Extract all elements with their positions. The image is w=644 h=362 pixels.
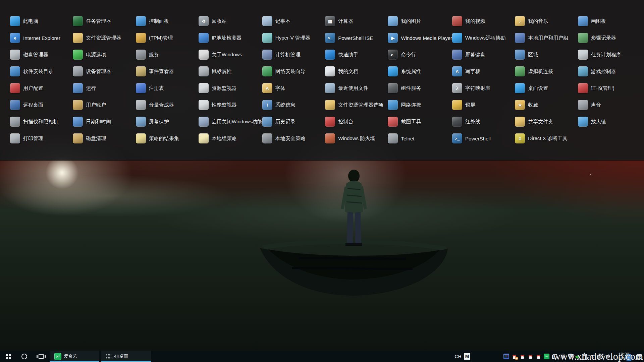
qq-tray-icon-1[interactable] bbox=[520, 354, 525, 359]
app-shortcut-favorites[interactable]: ★收藏 bbox=[515, 97, 578, 113]
app-shortcut-snipping-tool[interactable]: 截图工具 bbox=[388, 113, 452, 130]
app-shortcut-vm-connection[interactable]: 虚拟机连接 bbox=[515, 63, 578, 80]
app-shortcut-lock-screen[interactable]: 锁屏 bbox=[452, 97, 515, 113]
display-settings-tray-icon[interactable] bbox=[503, 354, 509, 359]
app-shortcut-performance-monitor[interactable]: 性能监视器 bbox=[199, 97, 262, 113]
app-shortcut-region[interactable]: 区域 bbox=[515, 46, 578, 63]
tray-blue-badge-icon[interactable] bbox=[625, 354, 633, 361]
app-shortcut-desktop-settings[interactable]: 桌面设置 bbox=[515, 80, 578, 97]
network-tray-icon[interactable] bbox=[589, 354, 595, 359]
app-shortcut-file-explorer[interactable]: 文件资源管理器 bbox=[73, 29, 136, 46]
app-shortcut-windows-firewall[interactable]: Windows 防火墙 bbox=[325, 130, 388, 147]
qq-away-tray-icon[interactable] bbox=[512, 354, 517, 359]
app-shortcut-ip-address-detector[interactable]: IP地址检测器 bbox=[199, 29, 262, 46]
app-shortcut-sound[interactable]: 声音 bbox=[578, 97, 641, 113]
app-shortcut-resource-monitor[interactable]: 资源监视器 bbox=[199, 80, 262, 97]
app-shortcut-system-properties[interactable]: 系统属性 bbox=[388, 63, 452, 80]
action-center-icon[interactable] bbox=[637, 354, 642, 359]
app-shortcut-date-time[interactable]: 日期和时间 bbox=[73, 113, 136, 130]
app-shortcut-about-windows[interactable]: 关于Windows bbox=[199, 46, 262, 63]
app-shortcut-local-users-groups[interactable]: 本地用户和用户组 bbox=[515, 29, 578, 46]
app-shortcut-wordpad[interactable]: A写字板 bbox=[452, 63, 515, 80]
clipboard-tray-icon[interactable] bbox=[552, 354, 557, 359]
app-shortcut-shared-folders[interactable]: 共享文件夹 bbox=[515, 113, 578, 130]
qq-tray-icon-2[interactable] bbox=[528, 354, 533, 359]
app-shortcut-software-install-dir[interactable]: 软件安装目录 bbox=[10, 63, 73, 80]
app-shortcut-task-manager[interactable]: 任务管理器 bbox=[73, 13, 136, 29]
app-shortcut-recycle-bin[interactable]: ♻回收站 bbox=[199, 13, 262, 29]
app-shortcut-console[interactable]: 控制台 bbox=[325, 113, 388, 130]
app-shortcut-infrared[interactable]: 红外线 bbox=[452, 113, 515, 130]
app-shortcut-user-config[interactable]: 用户配置 bbox=[10, 80, 73, 97]
app-shortcut-power-options[interactable]: 电源选项 bbox=[73, 46, 136, 63]
app-shortcut-notepad[interactable]: 记事本 bbox=[262, 13, 325, 29]
app-shortcut-disk-cleanup[interactable]: 磁盘清理 bbox=[73, 130, 136, 147]
satellite-tray-icon[interactable] bbox=[560, 354, 566, 359]
app-shortcut-game-controllers[interactable]: 游戏控制器 bbox=[578, 63, 641, 80]
app-shortcut-task-scheduler[interactable]: 任务计划程序 bbox=[578, 46, 641, 63]
app-shortcut-history[interactable]: 历史记录 bbox=[262, 113, 325, 130]
app-shortcut-explorer-options[interactable]: 文件资源管理器选项 bbox=[325, 97, 388, 113]
taskbar-app-4k-desktop[interactable]: 4K桌面 bbox=[101, 351, 151, 362]
app-shortcut-certificates[interactable]: 证书(管理) bbox=[578, 80, 641, 97]
green-cursor-tray-icon[interactable] bbox=[575, 354, 581, 359]
app-shortcut-recent-files[interactable]: 最近使用文件 bbox=[325, 80, 388, 97]
app-shortcut-network-setup-wizard[interactable]: 网络安装向导 bbox=[262, 63, 325, 80]
app-shortcut-powershell-ise[interactable]: >_PowerShell ISE bbox=[325, 29, 388, 46]
app-shortcut-run[interactable]: 运行 bbox=[73, 80, 136, 97]
app-shortcut-windows-media-player[interactable]: ▶Windows Media Player bbox=[388, 29, 452, 46]
app-shortcut-mouse-properties[interactable]: 鼠标属性 bbox=[199, 63, 262, 80]
app-shortcut-print-management[interactable]: 打印管理 bbox=[10, 130, 73, 147]
app-shortcut-network-connections[interactable]: 网络连接 bbox=[388, 97, 452, 113]
app-shortcut-my-videos[interactable]: 我的视频 bbox=[452, 13, 515, 29]
cortana-search-button[interactable] bbox=[16, 351, 32, 362]
qq-tray-icon-3[interactable] bbox=[536, 354, 541, 359]
app-shortcut-steps-recorder[interactable]: 步骤记录器 bbox=[578, 29, 641, 46]
app-shortcut-internet-explorer[interactable]: eInternet Explorer bbox=[10, 29, 73, 46]
iqiyi-tray-icon[interactable]: QIY bbox=[544, 354, 549, 359]
app-shortcut-my-pictures[interactable]: 我的图片 bbox=[388, 13, 452, 29]
app-shortcut-disk-manager[interactable]: 磁盘管理器 bbox=[10, 46, 73, 63]
app-shortcut-screen-saver[interactable]: 屏幕保护 bbox=[136, 113, 199, 130]
app-shortcut-my-music[interactable]: ♪我的音乐 bbox=[515, 13, 578, 29]
app-shortcut-remote-assistance[interactable]: Windows远程协助 bbox=[452, 29, 515, 46]
app-shortcut-telnet[interactable]: Telnet bbox=[388, 130, 452, 147]
task-view-button[interactable] bbox=[32, 351, 50, 362]
app-shortcut-my-documents[interactable]: 我的文档 bbox=[325, 63, 388, 80]
volume-tray-icon[interactable] bbox=[606, 354, 611, 359]
start-button[interactable] bbox=[0, 351, 16, 362]
app-shortcut-user-accounts[interactable]: 用户账户 bbox=[73, 97, 136, 113]
app-shortcut-volume-mixer[interactable]: 音量合成器 bbox=[136, 97, 199, 113]
app-shortcut-device-manager[interactable]: 设备管理器 bbox=[73, 63, 136, 80]
app-shortcut-event-viewer[interactable]: 事件查看器 bbox=[136, 63, 199, 80]
app-shortcut-registry[interactable]: 注册表 bbox=[136, 80, 199, 97]
app-shortcut-directx-diagnostic[interactable]: XDirect X 诊断工具 bbox=[515, 130, 578, 147]
app-shortcut-fonts[interactable]: A字体 bbox=[262, 80, 325, 97]
app-shortcut-tpm-management[interactable]: (TPM)管理 bbox=[136, 29, 199, 46]
app-shortcut-scanners-cameras[interactable]: 扫描仪和照相机 bbox=[10, 113, 73, 130]
app-shortcut-control-panel[interactable]: 控制面板 bbox=[136, 13, 199, 29]
app-shortcut-services[interactable]: 服务 bbox=[136, 46, 199, 63]
security-alert-tray-icon[interactable] bbox=[568, 354, 574, 359]
screenshot-tray-icon[interactable] bbox=[598, 354, 603, 359]
ime-mode-indicator[interactable]: M bbox=[464, 353, 470, 360]
app-shortcut-rsop[interactable]: 策略的结果集 bbox=[136, 130, 199, 147]
app-shortcut-windows-features[interactable]: 启用关闭Windows功能 bbox=[199, 113, 262, 130]
app-shortcut-quick-assist[interactable]: 快速助手 bbox=[325, 46, 388, 63]
app-shortcut-command-prompt[interactable]: >_命令行 bbox=[388, 46, 452, 63]
app-shortcut-local-security-policy[interactable]: 本地安全策略 bbox=[262, 130, 325, 147]
app-shortcut-on-screen-keyboard[interactable]: 屏幕键盘 bbox=[452, 46, 515, 63]
app-shortcut-magnifier[interactable]: 放大镜 bbox=[578, 113, 641, 130]
app-shortcut-this-pc[interactable]: 此电脑 bbox=[10, 13, 73, 29]
app-shortcut-system-info[interactable]: i系统信息 bbox=[262, 97, 325, 113]
app-shortcut-calculator[interactable]: ▦计算器 bbox=[325, 13, 388, 29]
app-shortcut-paint[interactable]: 画图板 bbox=[578, 13, 641, 29]
app-shortcut-computer-management[interactable]: 计算机管理 bbox=[262, 46, 325, 63]
app-shortcut-component-services[interactable]: 组件服务 bbox=[388, 80, 452, 97]
ime-language-indicator[interactable]: CH bbox=[454, 354, 462, 359]
app-shortcut-remote-desktop[interactable]: 远程桌面 bbox=[10, 97, 73, 113]
app-shortcut-character-map[interactable]: λ字符映射表 bbox=[452, 80, 515, 97]
app-shortcut-local-group-policy[interactable]: 本地组策略 bbox=[199, 130, 262, 147]
app-shortcut-hyper-v-manager[interactable]: Hyper-V 管理器 bbox=[262, 29, 325, 46]
usb-tray-icon[interactable] bbox=[582, 354, 587, 360]
